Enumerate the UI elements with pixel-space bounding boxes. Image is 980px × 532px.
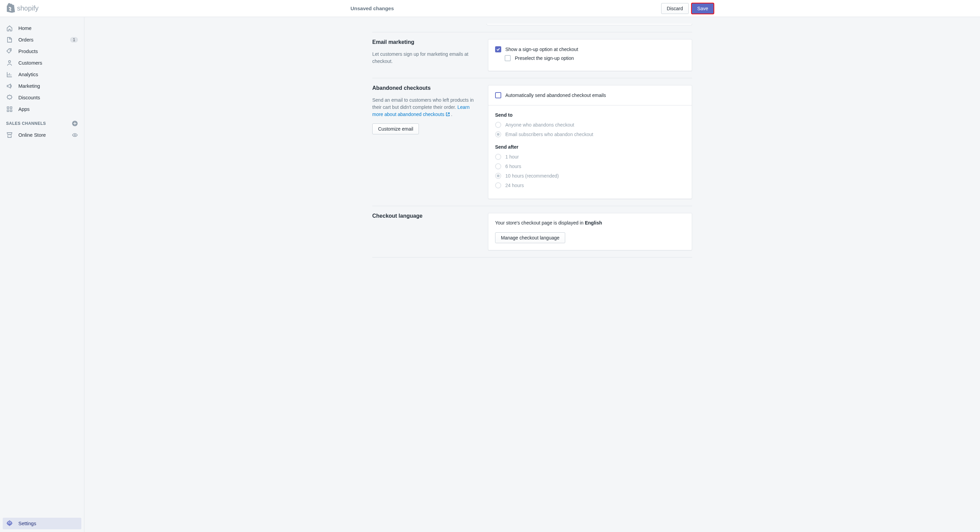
sidebar-item-label: Home (18, 25, 78, 31)
discard-button[interactable]: Discard (661, 3, 689, 14)
checkbox-label: Automatically send abandoned checkout em… (505, 92, 606, 98)
customize-email-button[interactable]: Customize email (372, 124, 419, 134)
checkbox-outline-icon (495, 92, 501, 98)
topbar: shopify Unsaved changes Discard Save (0, 0, 980, 17)
send-after-label: Send after (495, 144, 685, 150)
orders-icon (6, 37, 13, 43)
svg-rect-4 (10, 107, 12, 108)
checkout-language-card: Your store's checkout page is displayed … (488, 213, 692, 250)
card-divider (488, 105, 692, 105)
sidebar-item-label: Analytics (18, 72, 78, 77)
sidebar-item-orders[interactable]: Orders 1 (3, 34, 81, 46)
svg-text:shopify: shopify (17, 5, 38, 12)
radio-icon (495, 182, 501, 189)
home-icon (6, 25, 13, 32)
sidebar-item-analytics[interactable]: Analytics (3, 69, 81, 80)
add-channel-icon[interactable] (72, 121, 78, 127)
online-store-icon (6, 132, 13, 138)
checkbox-label: Preselect the sign-up option (515, 56, 574, 61)
sidebar-item-discounts[interactable]: Discounts (3, 92, 81, 103)
marketing-icon (6, 83, 13, 89)
send-to-anyone-radio[interactable]: Anyone who abandons checkout (495, 122, 685, 128)
checkout-language-text: Your store's checkout page is displayed … (495, 220, 685, 226)
sidebar-item-marketing[interactable]: Marketing (3, 80, 81, 92)
apps-icon (6, 106, 13, 113)
send-after-24hours-radio[interactable]: 24 hours (495, 182, 685, 189)
section-email-marketing: Email marketing Let customers sign up fo… (372, 39, 692, 71)
checkbox-unchecked-icon (504, 55, 511, 61)
auto-send-checkbox-row[interactable]: Automatically send abandoned checkout em… (495, 92, 685, 98)
section-divider (372, 32, 692, 32)
preselect-signup-checkbox-row[interactable]: Preselect the sign-up option (504, 55, 685, 61)
section-description: Send an email to customers who left prod… (372, 97, 481, 118)
sidebar: Home Orders 1 Products Customers Analyti… (0, 17, 84, 271)
section-checkout-language: Checkout language Your store's checkout … (372, 213, 692, 250)
sales-channels-header: SALES CHANNELS (3, 115, 81, 129)
current-language: English (585, 220, 602, 226)
shopify-logo[interactable]: shopify (0, 3, 84, 14)
sidebar-item-label: Online Store (18, 132, 72, 138)
email-marketing-card: Show a sign-up option at checkout Presel… (488, 39, 692, 71)
sidebar-item-label: Products (18, 49, 78, 54)
radio-icon (495, 163, 501, 169)
previous-card-stub (487, 24, 692, 25)
svg-point-1 (10, 50, 11, 50)
section-abandoned-checkouts: Abandoned checkouts Send an email to cus… (372, 85, 692, 199)
show-signup-checkbox-row[interactable]: Show a sign-up option at checkout (495, 46, 685, 52)
section-title: Abandoned checkouts (372, 85, 481, 91)
section-divider (372, 257, 692, 257)
sidebar-item-apps[interactable]: Apps (3, 103, 81, 115)
sidebar-item-label: Apps (18, 106, 78, 112)
radio-label: Anyone who abandons checkout (505, 122, 574, 127)
section-divider (372, 206, 692, 206)
main-content: Email marketing Let customers sign up fo… (84, 0, 980, 271)
external-link-icon (446, 112, 450, 116)
section-title: Email marketing (372, 39, 481, 45)
eye-icon[interactable] (72, 132, 78, 138)
radio-label: 6 hours (505, 164, 521, 169)
save-button[interactable]: Save (692, 3, 714, 14)
sidebar-item-online-store[interactable]: Online Store (3, 129, 81, 141)
send-to-subscribers-radio[interactable]: Email subscribers who abandon checkout (495, 131, 685, 137)
manage-checkout-language-button[interactable]: Manage checkout language (495, 232, 565, 243)
svg-rect-6 (10, 110, 12, 111)
customers-icon (6, 60, 13, 66)
checkbox-checked-icon (495, 46, 501, 52)
checkbox-label: Show a sign-up option at checkout (505, 47, 578, 52)
radio-label: 24 hours (505, 183, 524, 188)
svg-rect-5 (7, 110, 9, 111)
orders-badge: 1 (70, 37, 78, 43)
sales-channels-label: SALES CHANNELS (6, 121, 46, 126)
sidebar-item-home[interactable]: Home (3, 22, 81, 34)
send-after-6hours-radio[interactable]: 6 hours (495, 163, 685, 169)
radio-selected-icon (495, 173, 501, 179)
send-after-10hours-radio[interactable]: 10 hours (recommended) (495, 173, 685, 179)
radio-label: 10 hours (recommended) (505, 173, 559, 179)
svg-point-8 (74, 134, 76, 136)
analytics-icon (6, 71, 13, 78)
radio-label: 1 hour (505, 154, 519, 160)
desc-text: . (450, 111, 453, 117)
radio-icon (495, 154, 501, 160)
sidebar-item-label: Customers (18, 60, 78, 66)
sidebar-item-products[interactable]: Products (3, 46, 81, 57)
svg-point-2 (8, 60, 11, 63)
radio-selected-icon (495, 131, 501, 137)
sidebar-item-label: Orders (18, 37, 70, 43)
send-after-1hour-radio[interactable]: 1 hour (495, 154, 685, 160)
sidebar-item-customers[interactable]: Customers (3, 57, 81, 69)
products-icon (6, 48, 13, 55)
section-divider (372, 78, 692, 78)
sidebar-item-label: Marketing (18, 83, 78, 89)
radio-icon (495, 122, 501, 128)
discounts-icon (6, 94, 13, 101)
svg-rect-3 (7, 107, 9, 108)
send-to-label: Send to (495, 112, 685, 118)
sidebar-item-label: Discounts (18, 95, 78, 100)
section-title: Checkout language (372, 213, 481, 219)
unsaved-changes-label: Unsaved changes (350, 5, 394, 11)
abandoned-checkouts-card: Automatically send abandoned checkout em… (488, 85, 692, 199)
section-description: Let customers sign up for marketing emai… (372, 51, 481, 65)
radio-label: Email subscribers who abandon checkout (505, 132, 593, 137)
